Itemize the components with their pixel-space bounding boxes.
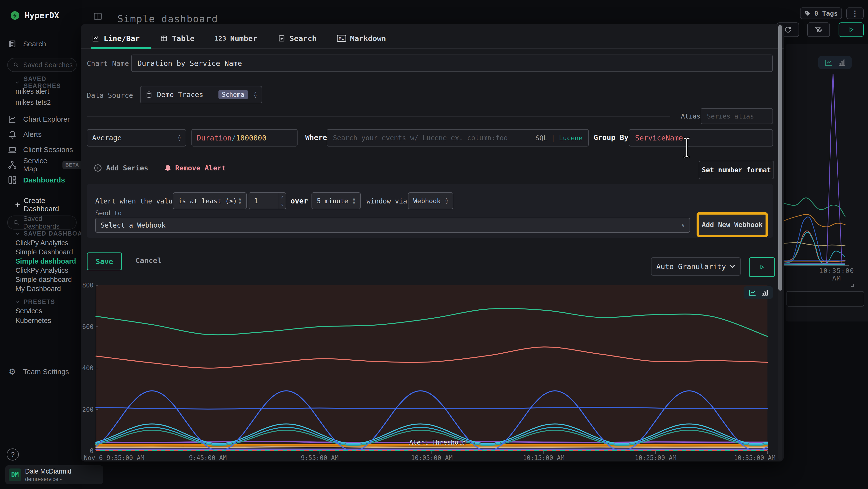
y-tick-600: 600 bbox=[81, 323, 94, 330]
active-tab-underline bbox=[91, 47, 151, 49]
sidebar-item-dashboards[interactable]: Dashboards bbox=[0, 173, 82, 187]
sidebar-item-chart-explorer[interactable]: Chart Explorer bbox=[0, 113, 82, 126]
table-icon bbox=[160, 34, 168, 42]
magnifier-icon bbox=[13, 62, 19, 68]
main-plot[interactable] bbox=[96, 285, 768, 451]
webhook-select[interactable]: Select a Webhook ∨ bbox=[95, 218, 690, 233]
sidebar-item-team-settings[interactable]: ⚙ Team Settings bbox=[0, 365, 82, 378]
sidebar-toggle-button[interactable] bbox=[93, 11, 103, 21]
alert-comparator-select[interactable]: is at least (≥)∧∨ bbox=[173, 192, 247, 209]
set-number-format-button[interactable]: Set number format bbox=[699, 161, 774, 179]
modal-scrollbar[interactable] bbox=[778, 25, 782, 460]
sidebar-item-label: Team Settings bbox=[23, 368, 69, 376]
aggregation-value: Average bbox=[92, 134, 122, 142]
tab-markdown[interactable]: M↓ Markdown bbox=[337, 34, 386, 43]
query-language-toggle[interactable]: SQL | Lucene bbox=[535, 134, 583, 142]
filter-button[interactable] bbox=[807, 23, 830, 37]
more-options-button[interactable]: ⋮ bbox=[846, 7, 864, 19]
database-icon bbox=[145, 91, 153, 98]
number-stepper[interactable]: ∧∨ bbox=[279, 193, 286, 209]
save-button[interactable]: Save bbox=[87, 253, 122, 270]
group-by-input[interactable]: ServiceName bbox=[629, 129, 773, 146]
plus-icon bbox=[14, 201, 21, 208]
dashboard-item[interactable]: ClickPy Analytics bbox=[16, 239, 81, 247]
saved-search-item[interactable]: mikes alert bbox=[16, 87, 81, 95]
where-input[interactable]: Search your events w/ Lucene ex. column:… bbox=[327, 129, 589, 146]
expression-field: Duration bbox=[197, 134, 232, 142]
alert-window-select[interactable]: 5 minute∧∨ bbox=[311, 192, 361, 209]
run-query-button[interactable] bbox=[839, 23, 864, 37]
preset-item[interactable]: Services bbox=[16, 307, 81, 315]
saved-searches-placeholder: Saved Searches bbox=[23, 61, 72, 69]
run-chart-button[interactable] bbox=[749, 257, 775, 277]
tab-line-bar[interactable]: Line/Bar bbox=[92, 34, 140, 43]
play-icon bbox=[758, 264, 765, 270]
chevron-down-icon: ∨ bbox=[682, 222, 685, 228]
text-cursor-pointer bbox=[683, 137, 690, 158]
tab-search[interactable]: Search bbox=[278, 34, 317, 43]
aggregation-select[interactable]: Average ∧∨ bbox=[87, 129, 186, 146]
sidebar: HyperDX Search Saved Searches SAVED SEAR… bbox=[0, 0, 82, 489]
sidebar-item-service-map[interactable]: Service Map BETA bbox=[0, 158, 82, 172]
help-button[interactable]: ? bbox=[7, 449, 19, 461]
dashboard-item[interactable]: My Dashboard bbox=[16, 285, 81, 293]
sidebar-item-alerts[interactable]: Alerts bbox=[0, 128, 82, 141]
user-chip[interactable]: DM Dale McDiarmid demo-service - bbox=[5, 465, 103, 484]
chart-type-toggle[interactable] bbox=[744, 286, 773, 299]
user-subtitle: demo-service - bbox=[25, 476, 62, 483]
sidebar-divider bbox=[0, 53, 82, 53]
saved-search-item[interactable]: mikes tets2 bbox=[16, 98, 81, 107]
group-by-label: Group By bbox=[594, 133, 628, 142]
add-new-webhook-button[interactable]: Add New Webhook bbox=[696, 212, 768, 237]
remove-alert-button[interactable]: Remove Alert bbox=[164, 164, 226, 172]
tags-button[interactable]: 0 Tags bbox=[800, 7, 842, 19]
gear-icon: ⚙ bbox=[8, 367, 17, 376]
user-name: Dale McDiarmid bbox=[25, 468, 71, 475]
alert-threshold-input[interactable]: 1 ∧∨ bbox=[249, 192, 286, 209]
y-tick-200: 200 bbox=[81, 406, 94, 413]
bar-chart-icon bbox=[838, 59, 845, 66]
sql-option[interactable]: SQL bbox=[535, 134, 547, 142]
alert-prefix-label: Alert when the value bbox=[95, 197, 177, 205]
chart-name-input[interactable]: Duration by Service Name bbox=[131, 55, 773, 72]
dashboard-item[interactable]: ClickPy Analytics bbox=[16, 266, 81, 275]
number-123-icon: 123 bbox=[215, 35, 226, 42]
alert-channel-select[interactable]: Webhook∧∨ bbox=[408, 192, 453, 209]
background-panel bbox=[786, 291, 864, 307]
presets-header[interactable]: PRESETS bbox=[15, 298, 55, 305]
data-source-select[interactable]: Demo Traces Schema ∧∨ bbox=[140, 86, 262, 103]
plus-circle-icon bbox=[94, 164, 102, 172]
sidebar-item-client-sessions[interactable]: Client Sessions bbox=[0, 143, 82, 156]
saved-dashboards-input[interactable]: Saved Dashboards bbox=[7, 215, 77, 230]
x-tick-start: Nov 6 9:35:00 AM bbox=[84, 454, 144, 461]
dashboard-item-active[interactable]: Simple dashboard bbox=[16, 257, 81, 265]
refresh-icon bbox=[784, 26, 792, 33]
lucene-option[interactable]: Lucene bbox=[559, 134, 583, 142]
y-tick-800: 800 bbox=[81, 282, 94, 289]
saved-searches-input[interactable]: Saved Searches bbox=[7, 58, 77, 72]
alert-bell-icon bbox=[164, 164, 172, 172]
create-dashboard-button[interactable]: Create Dashboard bbox=[0, 198, 82, 211]
brand[interactable]: HyperDX bbox=[10, 10, 59, 21]
tab-number[interactable]: 123 Number bbox=[215, 34, 257, 43]
dashboard-item[interactable]: Simple dashboard bbox=[16, 276, 81, 284]
add-series-button[interactable]: Add Series bbox=[94, 164, 148, 172]
sidebar-item-label: Chart Explorer bbox=[23, 115, 70, 123]
modal-scrollbar-thumb[interactable] bbox=[778, 25, 782, 291]
expression-input[interactable]: Duration/1000000 bbox=[191, 129, 298, 146]
background-chart-type-toggle[interactable] bbox=[818, 56, 851, 69]
dashboard-item[interactable]: Simple Dashboard bbox=[16, 248, 81, 256]
sidebar-item-search[interactable]: Search bbox=[0, 37, 82, 51]
x-tick: 10:25:00 AM bbox=[635, 454, 676, 461]
chevron-down-icon bbox=[15, 231, 20, 236]
tab-table[interactable]: Table bbox=[160, 34, 194, 43]
send-to-label: Send to bbox=[95, 209, 122, 217]
granularity-select[interactable]: Auto Granularity bbox=[651, 257, 741, 276]
resize-handle-icon[interactable] bbox=[849, 282, 855, 288]
x-tick: 10:15:00 AM bbox=[523, 454, 564, 461]
alias-input[interactable]: Series alias bbox=[701, 108, 773, 124]
where-label: Where bbox=[305, 133, 327, 142]
preset-item[interactable]: Kubernetes bbox=[16, 317, 81, 325]
cancel-button[interactable]: Cancel bbox=[135, 256, 161, 265]
line-chart-icon bbox=[748, 288, 756, 297]
